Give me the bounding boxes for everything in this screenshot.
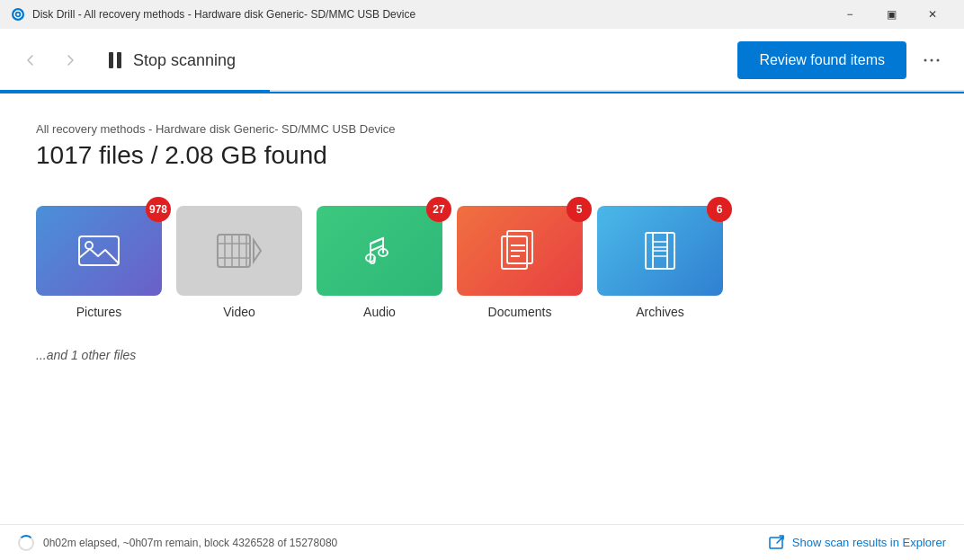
audio-label: Audio [363,305,396,319]
archives-badge: 6 [707,197,732,222]
scan-headline: 1017 files / 2.08 GB found [36,141,928,170]
svg-rect-26 [653,242,667,247]
minimize-button[interactable]: − [829,0,870,29]
toolbar: Stop scanning Review found items [0,29,964,93]
documents-icon-wrap: 5 [457,206,583,296]
progress-bar-fill [0,90,270,92]
audio-badge: 27 [426,197,451,222]
spinner-icon [18,535,34,551]
titlebar: Disk Drill - All recovery methods - Hard… [0,0,964,29]
other-files-label: ...and 1 other files [36,348,928,362]
documents-icon [493,224,547,278]
svg-rect-8 [218,235,250,267]
more-options-button[interactable] [914,42,950,78]
status-left: 0h02m elapsed, ~0h07m remain, block 4326… [18,535,337,551]
pictures-icon-wrap: 978 [36,206,162,296]
scan-subtitle: All recovery methods - Hardware disk Gen… [36,122,928,136]
svg-rect-6 [79,236,119,265]
review-found-items-button[interactable]: Review found items [737,41,906,79]
category-documents[interactable]: 5 Documents [457,206,583,319]
svg-point-4 [931,59,933,62]
close-button[interactable]: ✕ [912,0,953,29]
window-controls: − ▣ ✕ [829,0,953,29]
category-audio[interactable]: 27 Audio [317,206,442,319]
categories-container: 978 Pictures [36,206,928,319]
archives-icon [633,224,687,278]
main-content: All recovery methods - Hardware disk Gen… [0,93,964,524]
category-pictures[interactable]: 978 Pictures [36,206,162,319]
svg-marker-15 [254,240,261,262]
svg-point-5 [937,59,940,62]
pictures-icon [72,224,126,278]
pictures-label: Pictures [76,305,122,319]
svg-point-2 [17,13,20,16]
audio-icon [353,224,406,278]
archives-label: Archives [636,305,684,319]
forward-button[interactable] [54,44,86,76]
audio-icon-wrap: 27 [317,206,442,296]
category-video[interactable]: Video [176,206,302,319]
documents-label: Documents [488,305,552,319]
svg-point-7 [85,242,93,249]
progress-bar-container [0,90,964,92]
stop-label: Stop scanning [133,51,236,70]
category-archives[interactable]: 6 Archives [597,206,723,319]
show-in-explorer-button[interactable]: Show scan results in Explorer [769,535,946,551]
statusbar: 0h02m elapsed, ~0h07m remain, block 4326… [0,524,964,560]
stop-scanning-button[interactable]: Stop scanning [94,42,246,78]
svg-point-3 [924,59,927,62]
status-text: 0h02m elapsed, ~0h07m remain, block 4326… [43,537,337,549]
explorer-icon [769,535,785,551]
app-icon [11,7,25,22]
video-icon-wrap [176,206,302,296]
pause-icon [104,49,126,71]
explorer-link-text: Show scan results in Explorer [792,536,946,549]
archives-icon-wrap: 6 [597,206,723,296]
documents-badge: 5 [567,197,592,222]
svg-rect-27 [653,251,667,256]
video-icon [212,224,266,278]
video-label: Video [223,305,255,319]
window-title: Disk Drill - All recovery methods - Hard… [32,8,829,21]
back-button[interactable] [14,44,47,76]
maximize-button[interactable]: ▣ [870,0,912,29]
pictures-badge: 978 [146,197,171,222]
